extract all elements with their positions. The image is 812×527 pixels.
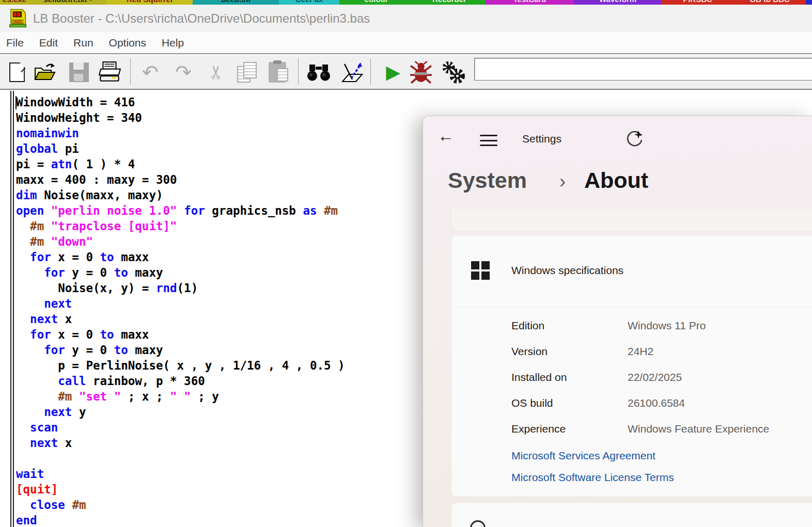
breadcrumb-system[interactable]: System xyxy=(448,168,527,193)
editor-left-border xyxy=(13,91,14,527)
code-line: for x = 0 to maxx xyxy=(16,327,345,342)
cut-scissors-icon: ✂ xyxy=(206,65,227,80)
taskbar-item[interactable] xyxy=(806,0,812,5)
save-floppy-icon xyxy=(69,62,89,82)
taskbar-item[interactable]: CeeFax xyxy=(279,0,339,5)
open-folder-icon xyxy=(33,62,57,83)
taskbar-item[interactable]: colour xyxy=(339,0,413,5)
code-line: #m "set " ; x ; " " ; y xyxy=(16,389,345,404)
find-binoculars-icon xyxy=(306,62,331,82)
redo-button[interactable]: ↷ xyxy=(170,59,196,85)
taskbar-item[interactable]: es.exe xyxy=(0,0,29,5)
taskbar-item[interactable]: GB to BBC xyxy=(733,0,806,5)
taskbar-item[interactable]: Waveform xyxy=(574,0,662,5)
menu-edit[interactable]: Edit xyxy=(39,37,58,49)
window-title: LB Booster - C:\Users\richa\OneDrive\Doc… xyxy=(33,5,370,32)
taskbar-item[interactable]: PiRSBC xyxy=(662,0,733,5)
copy-button[interactable] xyxy=(233,59,259,85)
code-content: WindowWidth = 416WindowHeight = 340nomai… xyxy=(16,94,345,527)
spec-value: 22/02/2025 xyxy=(628,364,682,390)
redo-icon: ↷ xyxy=(175,62,192,82)
code-line: [quit] xyxy=(16,482,345,497)
taskbar-item[interactable]: selldtelri.txt - xyxy=(29,0,106,5)
scrolled-card-fragment xyxy=(451,209,812,231)
command-input[interactable] xyxy=(474,58,812,81)
paste-clipboard-icon xyxy=(269,62,286,83)
open-file-button[interactable] xyxy=(32,59,58,85)
breadcrumb-chevron-icon: › xyxy=(559,171,566,193)
taskbar-item[interactable]: Recorder xyxy=(413,0,486,5)
windows-specifications-card: Windows specifications EditionWindows 11… xyxy=(451,235,812,497)
top-strip: es.exeselldtelri.txt -Red Squirrelbeeb.i… xyxy=(0,0,812,5)
copilot-icon[interactable] xyxy=(626,130,643,147)
save-file-button[interactable] xyxy=(66,59,92,85)
code-line: next y xyxy=(16,404,345,420)
screen: es.exeselldtelri.txt -Red Squirrelbeeb.i… xyxy=(0,0,812,527)
spec-label: OS build xyxy=(511,390,553,416)
taskbar-item[interactable]: beeb.ini xyxy=(193,0,279,5)
spec-links: Microsoft Services AgreementMicrosoft So… xyxy=(511,445,674,488)
code-line: next x xyxy=(16,311,345,327)
spec-rows: EditionWindows 11 ProVersion24H2Installe… xyxy=(451,313,812,442)
lb-booster-app-icon xyxy=(7,8,28,29)
run-play-icon: ▶ xyxy=(386,63,400,82)
menu-file[interactable]: File xyxy=(6,37,24,49)
settings-app-title: Settings xyxy=(522,133,561,145)
undo-icon: ↶ xyxy=(142,62,159,82)
toolbar-separator xyxy=(298,59,299,85)
code-line: for y = 0 to maxy xyxy=(16,342,345,358)
code-line: close #m xyxy=(16,497,345,513)
spec-label: Version xyxy=(511,339,548,364)
menu-options[interactable]: Options xyxy=(109,37,146,49)
spec-row: ExperienceWindows Feature Experience xyxy=(451,416,812,442)
spec-label: Edition xyxy=(511,313,544,339)
menubar: FileEditRunOptionsHelp xyxy=(0,32,812,54)
menu-help[interactable]: Help xyxy=(162,37,184,49)
print-button[interactable] xyxy=(97,59,123,85)
spec-value: 26100.6584 xyxy=(628,390,685,416)
cut-button[interactable]: ✂ xyxy=(204,59,229,85)
taskbar-item[interactable]: TestCard xyxy=(486,0,574,5)
code-line: dim Noise(maxx, maxy) xyxy=(16,187,345,203)
breadcrumb-about: About xyxy=(584,168,648,193)
windows-logo-icon xyxy=(471,261,490,280)
back-arrow-icon[interactable]: ← xyxy=(438,127,454,144)
code-line: end xyxy=(16,513,345,527)
spec-label: Installed on xyxy=(511,364,567,390)
code-line: #m "trapclose [quit]" xyxy=(16,218,345,234)
spec-row: Installed on22/02/2025 xyxy=(451,364,812,390)
toolbar-separator xyxy=(130,59,131,85)
undo-button[interactable]: ↶ xyxy=(137,59,163,85)
check-syntax-button[interactable] xyxy=(338,59,364,85)
run-button[interactable]: ▶ xyxy=(380,59,406,85)
next-card-fragment xyxy=(451,502,812,527)
settings-window: ← Settings System › About Windows specif… xyxy=(423,116,812,527)
link-microsoft-software-license-terms[interactable]: Microsoft Software License Terms xyxy=(511,467,674,488)
compile-button[interactable] xyxy=(440,59,466,85)
spec-row: OS build26100.6584 xyxy=(451,390,812,416)
taskbar-item[interactable]: Red Squirrel xyxy=(106,0,193,5)
code-line: Noise(x, y) = rnd(1) xyxy=(16,280,345,296)
code-line: p = PerlinNoise( x , y , 1/16 , 4 , 0.5 … xyxy=(16,358,345,373)
spec-value: 24H2 xyxy=(628,339,653,364)
hamburger-menu-icon[interactable] xyxy=(480,135,497,146)
editor-left-border xyxy=(10,91,11,527)
code-line: call rainbow, p * 360 xyxy=(16,373,345,389)
partial-circle-icon xyxy=(470,520,486,527)
compile-gears-icon xyxy=(441,61,465,84)
new-file-button[interactable] xyxy=(4,59,30,85)
spec-label: Experience xyxy=(511,416,566,442)
menu-run[interactable]: Run xyxy=(73,37,93,49)
find-button[interactable] xyxy=(306,59,332,85)
code-line xyxy=(16,451,345,466)
code-line: nomainwin xyxy=(16,125,345,141)
debug-button[interactable] xyxy=(408,59,434,85)
paste-button[interactable] xyxy=(264,59,290,85)
toolbar: ↶ ↷ ✂ ▶ xyxy=(0,55,812,89)
code-line: WindowHeight = 340 xyxy=(16,110,345,125)
code-line: for x = 0 to maxx xyxy=(16,249,345,265)
copy-icon xyxy=(237,62,256,83)
link-microsoft-services-agreement[interactable]: Microsoft Services Agreement xyxy=(511,445,674,467)
code-line: #m "down" xyxy=(16,234,345,249)
code-line: scan xyxy=(16,420,345,435)
